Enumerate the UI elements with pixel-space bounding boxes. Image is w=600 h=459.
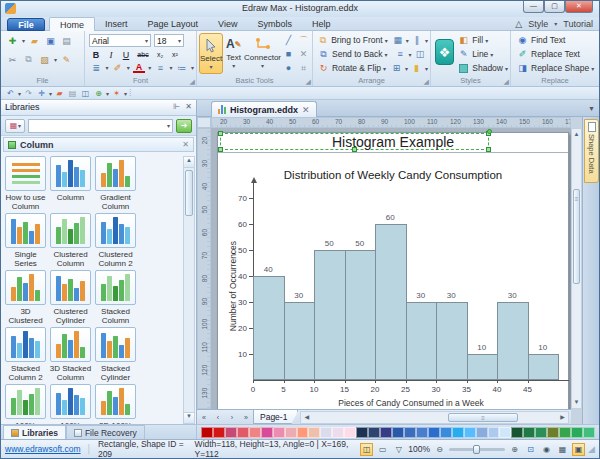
shape-thumbnail[interactable] [95, 327, 136, 362]
scroll-up-icon[interactable]: ▲ [572, 129, 581, 140]
shape-thumbnail[interactable] [5, 270, 46, 305]
shape-thumbnail[interactable] [5, 327, 46, 362]
underline-button[interactable]: U [120, 50, 132, 60]
zoom-area-icon[interactable]: ◉ [540, 443, 553, 456]
color-swatch[interactable] [583, 427, 595, 438]
scrollbar-thumb[interactable]: ≡ [448, 413, 518, 422]
color-swatch[interactable] [452, 427, 464, 438]
library-item-3d-100-stacked[interactable]: 3D 100% Stacked [93, 384, 138, 424]
replace-text-button[interactable]: ✐ Replace Text [516, 47, 597, 61]
color-swatch[interactable] [237, 427, 249, 438]
shape-thumbnail[interactable] [50, 213, 91, 248]
shape-thumbnail[interactable] [95, 213, 136, 248]
scrollbar-thumb[interactable] [185, 170, 193, 216]
print-icon[interactable]: ▤ [60, 34, 73, 47]
library-item-stacked-column[interactable]: Stacked Column [93, 270, 138, 325]
shape-thumbnail[interactable] [50, 327, 91, 362]
color-swatch[interactable] [261, 427, 273, 438]
histogram-bar[interactable] [406, 302, 438, 380]
fit-page-icon[interactable]: ◫ [80, 88, 91, 99]
print-preview-icon[interactable]: ▤ [67, 88, 78, 99]
color-swatch[interactable] [332, 427, 344, 438]
fit-to-window-icon[interactable]: ⊡ [524, 443, 537, 456]
font-color-icon[interactable]: A [133, 62, 145, 73]
find-text-button[interactable]: ◉ Find Text [516, 33, 597, 47]
shape-thumbnail[interactable] [5, 384, 46, 419]
library-item-gradient-column[interactable]: Gradient Column [93, 156, 138, 211]
shape-thumbnail[interactable] [50, 384, 91, 419]
ellipse-shape-icon[interactable]: ● [282, 62, 295, 75]
color-swatch[interactable] [392, 427, 404, 438]
align-shapes-icon[interactable]: ≡ [394, 48, 407, 61]
grid-toggle-icon[interactable]: ▦ [556, 443, 569, 456]
library-item-stacked-cylinder[interactable]: Stacked Cylinder [93, 327, 138, 382]
page-view-button[interactable]: ▭ [376, 443, 389, 456]
panel-tab-libraries[interactable]: Libraries [3, 425, 66, 439]
redo-icon[interactable]: ↷ [23, 88, 34, 99]
histogram-bar[interactable] [345, 250, 377, 380]
color-swatch[interactable] [499, 427, 511, 438]
bold-button[interactable]: B [90, 50, 102, 60]
menu-tab-home[interactable]: Home [49, 17, 95, 31]
library-section-close-icon[interactable]: ✕ [182, 140, 189, 149]
rectangle-shape-icon[interactable]: ■ [282, 48, 295, 61]
crop-icon[interactable]: ⌗ [297, 62, 310, 75]
paste-icon[interactable]: ▨ [38, 53, 51, 66]
align-icon[interactable]: ≡ [154, 61, 166, 74]
panel-tab-file-recovery[interactable]: File Recovery [66, 425, 145, 439]
font-size-select[interactable]: 18▾ [154, 34, 184, 47]
format-painter-icon[interactable]: ✎ [60, 53, 73, 66]
connector-tool-button[interactable]: Connector▾ [244, 33, 281, 74]
library-item-stacked-column-2[interactable]: Stacked Column 2 [3, 327, 48, 382]
shape-thumbnail[interactable] [50, 156, 91, 191]
color-swatch[interactable] [416, 427, 428, 438]
subscript-button[interactable]: x₂ [154, 51, 166, 58]
close-button[interactable]: ✕ [565, 1, 593, 13]
library-item-3d-stacked-column[interactable]: 3D Stacked Column [48, 327, 93, 382]
histogram-bar[interactable] [314, 250, 346, 380]
cut-icon[interactable]: ✂ [6, 53, 19, 66]
pan-mode-icon[interactable]: ▣ [572, 443, 585, 456]
copy-icon[interactable]: ⧉ [22, 53, 35, 66]
previous-page-button[interactable]: ‹ [211, 410, 225, 424]
hyperlink-icon[interactable]: ⊕ [93, 88, 104, 99]
library-item-clustered-column-2[interactable]: Clustered Column 2 [93, 213, 138, 268]
arc-shape-icon[interactable]: ⌒ [297, 34, 310, 47]
library-section-column[interactable]: Column ✕ [3, 137, 194, 152]
shape-data-tab[interactable]: Shape Data [584, 119, 599, 183]
tutorial-button[interactable]: Tutorial [563, 17, 593, 31]
color-swatch[interactable] [476, 427, 488, 438]
color-swatch[interactable] [571, 427, 583, 438]
font-family-select[interactable]: Arial▾ [89, 34, 151, 47]
new-icon[interactable]: ✚ [6, 34, 19, 47]
horizontal-scrollbar[interactable]: ◀ ≡ ▶ [300, 411, 569, 424]
color-swatch[interactable] [380, 427, 392, 438]
lock-icon[interactable]: ▮ [410, 62, 423, 75]
presentation-icon[interactable]: ▰ [54, 88, 65, 99]
minimize-button[interactable]: — [523, 1, 544, 13]
bring-to-front-button[interactable]: ⧉ Bring to Front▾ ▦▾ ∥▾ [317, 33, 428, 47]
normal-view-button[interactable]: ◫ [360, 443, 373, 456]
minimize-ribbon-icon[interactable]: △ [515, 17, 522, 31]
scroll-down-icon[interactable]: ▼ [572, 397, 581, 408]
shape-thumbnail[interactable] [50, 270, 91, 305]
pin-panel-icon[interactable]: ⊩ [173, 102, 180, 111]
send-to-back-button[interactable]: ⧉ Send to Back▾ ≡▾ ◫ [317, 47, 428, 61]
color-swatch[interactable] [464, 427, 476, 438]
library-item-clustered-column[interactable]: Clustered Column [48, 213, 93, 268]
columns-icon[interactable]: ∥ [411, 34, 423, 47]
library-item-3d-clustered[interactable]: 3D Clustered [3, 270, 48, 325]
color-swatch[interactable] [308, 427, 320, 438]
shape-thumbnail[interactable] [95, 384, 136, 419]
color-swatch[interactable] [428, 427, 440, 438]
histogram-bar[interactable] [467, 354, 499, 380]
scroll-right-icon[interactable]: ▶ [557, 412, 568, 423]
library-item-single-series[interactable]: Single Series [3, 213, 48, 268]
menu-tab-help[interactable]: Help [302, 17, 341, 31]
last-page-button[interactable]: » [239, 410, 253, 424]
line-shape-icon[interactable]: ╱ [282, 34, 295, 47]
bullets-icon[interactable]: ≔ [176, 61, 188, 74]
menu-tab-view[interactable]: View [208, 17, 247, 31]
color-swatch[interactable] [213, 427, 225, 438]
resize-grip-icon[interactable]: ◢ [588, 444, 595, 454]
